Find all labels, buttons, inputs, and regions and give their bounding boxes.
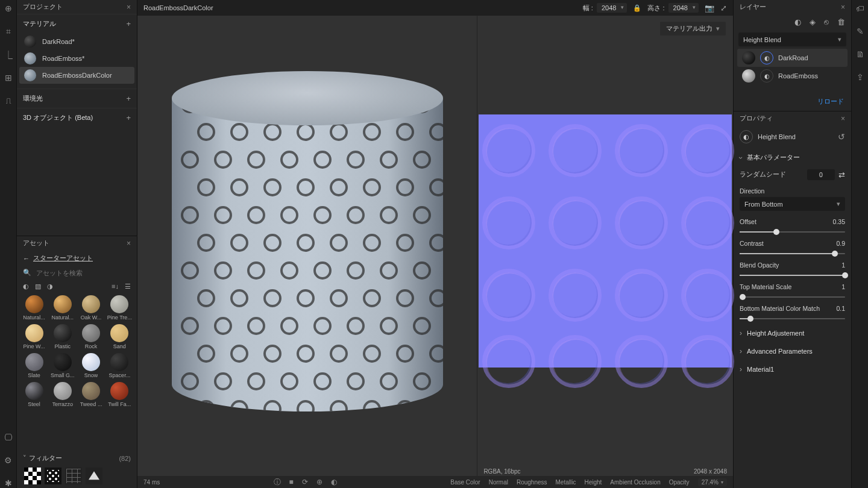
add-material-icon[interactable]: + (126, 19, 131, 28)
asset-search-input[interactable] (36, 269, 131, 277)
slider-track[interactable] (740, 318, 845, 319)
project-title: プロジェクト (23, 2, 63, 11)
channel-roughness[interactable]: Roughness (517, 479, 547, 486)
direction-select[interactable]: From Bottom▾ (740, 197, 845, 211)
channel-opacity[interactable]: Opacity (669, 479, 690, 486)
asset-item[interactable]: Plastic (50, 324, 75, 349)
asset-item[interactable]: Twill Fa... (107, 382, 132, 407)
slider-track[interactable] (740, 253, 845, 254)
info-icon[interactable]: ⓘ (274, 477, 281, 487)
crop-icon[interactable]: ⌗ (6, 27, 11, 37)
material-item[interactable]: RoadEmboss* (19, 50, 134, 67)
list-view-icon[interactable]: ☰ (125, 283, 131, 290)
asset-item[interactable]: Slate (22, 353, 46, 378)
add-3dobj-icon[interactable]: + (126, 113, 131, 122)
assets-back[interactable]: ← スターターアセット (17, 250, 137, 266)
reset-icon[interactable]: ↺ (838, 132, 845, 142)
material-item[interactable]: DarkRoad* (19, 33, 134, 50)
trash-icon[interactable]: 🗑 (837, 17, 845, 27)
asset-label: Twill Fa... (108, 401, 131, 407)
asset-item[interactable]: Rock (79, 324, 104, 349)
viewport-3d[interactable] (137, 16, 477, 476)
asset-item[interactable]: Natural... (50, 295, 75, 321)
asset-item[interactable]: Small G... (50, 353, 75, 378)
env-light-header[interactable]: 環境光 + (17, 89, 137, 108)
close-icon[interactable]: × (841, 3, 845, 11)
channel-metallic[interactable]: Metallic (556, 479, 576, 486)
asset-item[interactable]: Sand (107, 324, 132, 349)
layers-stack-icon[interactable]: ◈ (810, 17, 816, 27)
camera2-icon[interactable]: ■ (289, 478, 294, 486)
layer-item[interactable]: ◐RoadEmboss (737, 67, 848, 85)
tag-icon[interactable]: 🏷 (856, 4, 864, 13)
channel-normal[interactable]: Normal (489, 479, 508, 486)
asset-item[interactable]: Spacer... (107, 353, 132, 378)
asset-item[interactable]: Pine W... (22, 324, 46, 349)
gear-icon[interactable]: ⚙ (4, 455, 12, 465)
layer-mask-slot[interactable]: ◐ (760, 69, 773, 83)
asset-item[interactable]: Oak W... (79, 295, 104, 321)
slider-track[interactable] (740, 275, 845, 276)
grid-icon[interactable]: ⊞ (5, 73, 12, 83)
asset-item[interactable]: Snow (79, 353, 104, 378)
ruler-icon[interactable]: ⎿ (4, 50, 13, 60)
material-output-dropdown[interactable]: マテリアル出力▾ (660, 22, 726, 36)
random-seed-input[interactable] (807, 169, 835, 180)
sphere-icon[interactable]: ◐ (794, 17, 801, 27)
graph-icon[interactable]: ✱ (5, 478, 12, 488)
sphere-filter-icon[interactable]: ◐ (23, 283, 29, 290)
camera-icon[interactable]: 📷 (705, 4, 714, 13)
filter-brick[interactable] (65, 468, 82, 484)
close-icon[interactable]: × (127, 3, 131, 11)
group-height-adj[interactable]: Height Adjustement (734, 324, 851, 342)
filter-triangle[interactable] (86, 468, 102, 484)
blend-mode-select[interactable]: Height Blend▾ (738, 33, 846, 46)
channel-height[interactable]: Height (584, 479, 602, 486)
width-select[interactable]: 2048 (597, 3, 627, 13)
monitor-icon[interactable]: 🖵 (4, 433, 13, 442)
slider-track[interactable] (740, 231, 845, 233)
viewport-2d[interactable]: マテリアル出力▾ RGBA, 16bpc 2048 x 2048 (477, 16, 733, 476)
group-material1[interactable]: Material1 (734, 360, 851, 378)
group-basic-params[interactable]: 基本パラメーター (734, 148, 851, 167)
close-icon[interactable]: × (841, 114, 845, 123)
asset-item[interactable]: Tweed ... (79, 382, 104, 407)
asset-item[interactable]: Pine Tre... (107, 295, 132, 321)
close-icon[interactable]: × (127, 239, 131, 248)
fullscreen-icon[interactable]: ⤢ (720, 4, 727, 13)
document-icon[interactable]: 🗎 (856, 49, 864, 59)
image-filter-icon[interactable]: ▧ (35, 283, 41, 290)
globe-icon[interactable]: ⊕ (316, 478, 322, 486)
share-icon[interactable]: ⇪ (857, 72, 864, 82)
layer-item[interactable]: ◐DarkRoad (737, 49, 848, 67)
group-advanced[interactable]: Advanced Parameters (734, 342, 851, 360)
shuffle-icon[interactable]: ⇄ (838, 170, 845, 180)
asset-item[interactable]: Steel (22, 382, 46, 407)
asset-item[interactable]: Terrazzo (50, 382, 75, 407)
direction-label: Direction (740, 187, 764, 195)
reload-link[interactable]: リロード (734, 85, 851, 111)
opacity-select[interactable]: 27.4%▾ (698, 478, 727, 486)
filter-dots[interactable] (45, 468, 61, 484)
circle-filter-icon[interactable]: ◑ (47, 283, 53, 290)
slider-track[interactable] (740, 296, 845, 298)
circle-icon[interactable]: ◐ (331, 478, 337, 486)
asset-thumb (25, 295, 43, 313)
material-item[interactable]: RoadEmbossDarkColor (19, 67, 134, 84)
add-env-icon[interactable]: + (126, 94, 131, 103)
refresh-icon[interactable]: ⟳ (302, 478, 308, 486)
sort-icon[interactable]: ≡↓ (112, 283, 119, 290)
layer-mask-slot[interactable]: ◐ (760, 51, 773, 64)
filters-header[interactable]: ˅フィルター (82) (17, 449, 137, 464)
asset-item[interactable]: Natural... (22, 295, 46, 321)
lock-icon[interactable]: 🔒 (633, 4, 641, 12)
filter-checker[interactable] (24, 468, 41, 484)
export-icon[interactable]: ⎋ (824, 17, 829, 27)
obj3d-header[interactable]: 3D オブジェクト (Beta) + (17, 108, 137, 127)
home-icon[interactable]: ⊕ (5, 4, 12, 13)
height-select[interactable]: 2048 (668, 3, 699, 13)
channel-basecolor[interactable]: Base Color (450, 479, 480, 486)
channel-ao[interactable]: Ambient Occlusion (610, 479, 660, 486)
stamp-icon[interactable]: ⎍ (6, 96, 11, 105)
eyedropper-icon[interactable]: ✎ (857, 27, 864, 36)
